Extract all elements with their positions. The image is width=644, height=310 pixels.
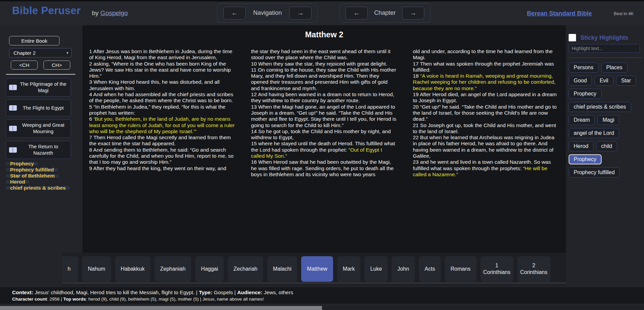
chapter-select-value: Chapter 2 — [13, 50, 66, 56]
horizontal-scrollbar-track[interactable] — [0, 306, 644, 310]
book-icon-seam — [12, 85, 13, 90]
chapter-prev-button[interactable]: ← — [346, 7, 368, 20]
footer-text: Jesus' childhood, Magi, Herod tries to k… — [33, 289, 199, 295]
highlight-tag[interactable]: angel of the Lord — [569, 128, 619, 138]
book-tab[interactable]: Haggai — [195, 256, 224, 282]
book-tab[interactable]: Matthew — [301, 256, 333, 282]
footer-text: : 2956 | — [47, 297, 64, 302]
book-tab[interactable]: Zephaniah — [154, 256, 191, 282]
section-label: The Pilgrimage of the Magi — [19, 81, 68, 94]
section-button[interactable]: The Return to Nazareth — [6, 141, 71, 159]
verse: 15 where he stayed until the death of He… — [251, 141, 397, 159]
chapter-tag[interactable]: Herod — [6, 180, 30, 184]
book-tab[interactable]: John — [392, 256, 415, 282]
highlighted-text: “A voice is heard in Ramah, weeping and … — [413, 73, 556, 91]
bible-column: old and under, according to the time he … — [413, 48, 559, 178]
highlight-tag[interactable]: Prophecy — [569, 89, 602, 99]
navigation-next-button[interactable]: → — [289, 7, 312, 20]
verse: old and under, according to the time he … — [413, 48, 559, 61]
verse: 8 And sending them to Bethlehem, he said… — [89, 147, 235, 165]
book-tab[interactable]: Zechariah — [228, 256, 263, 282]
highlight-input[interactable] — [569, 44, 640, 53]
left-arrow-icon: ← — [231, 9, 238, 17]
highlight-tag[interactable]: Star — [616, 76, 636, 86]
verse: 23 and he went and lived in a town calle… — [413, 159, 559, 178]
footer-label: Top words — [63, 297, 86, 302]
footer: Context: Jesus' childhood, Magi, Herod t… — [0, 287, 644, 304]
chapter-buttons-row: <CH CH> — [11, 61, 77, 70]
verse-text: old and under, according to the time he … — [413, 48, 552, 60]
highlight-tag[interactable]: Persons — [569, 63, 599, 73]
sticky-highlights-row: Sticky Highlights — [569, 34, 644, 41]
highlight-tag[interactable]: Good — [569, 76, 592, 86]
book-tab[interactable]: Romans — [445, 256, 476, 282]
chapter-select[interactable]: Chapter 2 ▾ — [9, 48, 72, 57]
highlight-tag[interactable]: Herod — [569, 141, 594, 151]
byline-prefix: by — [92, 9, 99, 16]
footer-label: Character count — [12, 297, 47, 302]
section-button[interactable]: The Pilgrimage of the Magi — [6, 78, 71, 96]
chapter-tag[interactable]: chief priests & scribes — [6, 186, 70, 190]
section-button[interactable]: Weeping and Great Mourning — [6, 119, 71, 138]
navigation-label: Navigation — [250, 9, 285, 16]
highlight-tag[interactable]: Prophecy fulfilled — [569, 167, 620, 178]
section-button[interactable]: The Flight to Egypt — [6, 100, 71, 116]
verse-text: 22 But when he learned that Archelaus wa… — [413, 134, 554, 159]
horizontal-scrollbar-thumb[interactable] — [0, 306, 322, 310]
chapter-nav-label: Chapter — [371, 9, 399, 16]
next-chapter-button[interactable]: CH> — [43, 61, 70, 70]
book-tab[interactable]: Acts — [419, 256, 441, 282]
sticky-highlights-checkbox[interactable] — [569, 34, 576, 41]
verse: 19 After Herod died, an angel of the Lor… — [413, 91, 559, 104]
verse-text: 5 “In Bethlehem in Judea,” they replied,… — [89, 104, 225, 116]
chapter-next-button[interactable]: → — [402, 7, 424, 20]
verse-text: 1 After Jesus was born in Bethlehem in J… — [89, 48, 232, 60]
chapter-tag[interactable]: Prophecy fulfilled — [6, 168, 58, 171]
verse-text: the star they had seen in the east went … — [251, 48, 390, 60]
verse: 13 When the Magi had gone, an angel of t… — [251, 104, 397, 128]
chapter-tag[interactable]: Prophecy — [6, 162, 38, 165]
book-tab[interactable]: Nahum — [82, 256, 111, 282]
verse: 6 ‘But you, Bethlehem, in the land of Ju… — [89, 116, 235, 134]
bible-text-columns: 1 After Jesus was born in Bethlehem in J… — [89, 48, 559, 178]
prev-chapter-button[interactable]: <CH — [11, 61, 38, 70]
highlight-tag[interactable]: child — [596, 141, 617, 151]
highlight-tag[interactable]: Prophecy — [569, 154, 602, 164]
footer-label: Context: — [12, 289, 33, 295]
left-tag-list: ProphecyProphecy fulfilledStar of Bethle… — [7, 162, 77, 192]
highlight-tag[interactable]: Magi — [598, 115, 619, 125]
book-tab[interactable]: 2 Corinthians — [517, 256, 550, 282]
highlight-tag[interactable]: Dream — [569, 115, 595, 125]
navigation-prev-button[interactable]: ← — [223, 7, 246, 20]
publisher-link[interactable]: Gospelgo — [100, 9, 128, 16]
left-arrow-icon: ← — [354, 9, 360, 17]
highlight-tag[interactable]: chief priests & scribes — [569, 102, 631, 112]
footer-text: : herod (9), child (9), bethlehem (5), m… — [86, 297, 264, 302]
footer-stats-line: Character count: 2956 | Top words: herod… — [12, 297, 644, 302]
verse: 16 When Herod saw that he had been outwi… — [251, 159, 397, 178]
highlight-tag[interactable]: Evil — [595, 76, 613, 86]
book-tab[interactable]: 1 Corinthians — [480, 256, 513, 282]
book-tab[interactable]: h — [63, 256, 78, 282]
entire-book-button[interactable]: Entire Book — [9, 36, 60, 45]
tabs-scrollbar[interactable] — [63, 282, 566, 284]
translation-link[interactable]: Berean Standard Bible — [527, 10, 592, 17]
verse: 4 And when he had assembled all the chie… — [89, 91, 235, 104]
highlight-tag[interactable]: Places — [601, 63, 628, 73]
verse: 14 So he got up, took the Child and His … — [251, 128, 397, 141]
verse-text: 17 Then what was spoken through the prop… — [413, 61, 554, 73]
verse-text: 6 — [89, 116, 94, 122]
book-tab[interactable]: Mark — [337, 256, 361, 282]
verse: 21 So Joseph got up, took the Child and … — [413, 122, 559, 135]
book-tab[interactable]: Malachi — [267, 256, 297, 282]
open-book-icon — [9, 126, 17, 131]
book-tab[interactable]: Luke — [364, 256, 388, 282]
verse: 9 After they had heard the king, they we… — [89, 165, 235, 171]
section-label: The Return to Nazareth — [19, 144, 68, 156]
chapter-tag[interactable]: Star of Bethlehem — [6, 174, 59, 178]
verse: 20 “Get up!” he said. “Take the Child an… — [413, 104, 559, 122]
right-arrow-icon: → — [410, 9, 416, 17]
verse: 10 When they saw the star, they rejoiced… — [251, 61, 397, 67]
book-tabs-strip: hNahumHabakkukZephaniahHaggaiZechariahMa… — [63, 253, 566, 285]
book-tab[interactable]: Habakkuk — [115, 256, 150, 282]
